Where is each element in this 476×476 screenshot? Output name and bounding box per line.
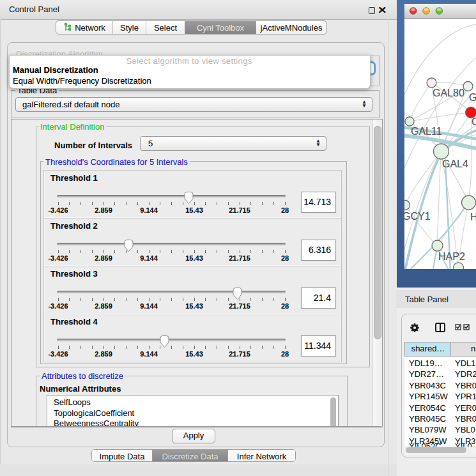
svg-text:H: H	[470, 211, 476, 222]
svg-text:GAL4: GAL4	[442, 158, 468, 169]
svg-text:GA: GA	[469, 92, 476, 103]
svg-text:C: C	[472, 116, 476, 127]
svg-text:HAP2: HAP2	[438, 251, 465, 262]
svg-text:GCY1: GCY1	[404, 211, 431, 222]
svg-text:GAL80: GAL80	[433, 88, 464, 98]
svg-text:GAL11: GAL11	[411, 126, 442, 137]
